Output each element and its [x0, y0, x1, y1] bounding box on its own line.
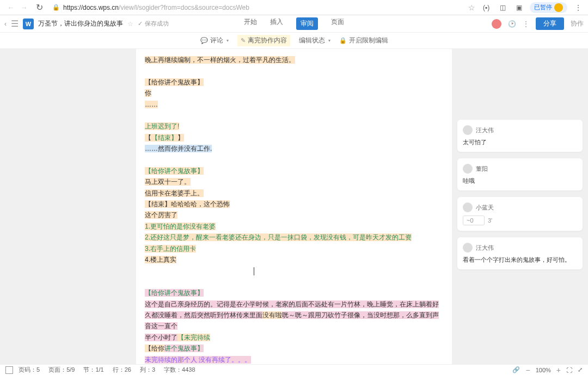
comment-card[interactable]: 汪大伟 太可怕了	[457, 120, 583, 152]
document-title: 万圣节，讲出你身边的鬼故事	[38, 19, 123, 28]
doc-line: 【给你讲个鬼故事】	[145, 343, 443, 354]
doc-line: ……然而你并没有工作.	[145, 145, 212, 152]
browser-forward[interactable]: →	[17, 1, 30, 14]
comment-author: 汪大伟	[476, 126, 494, 134]
menu-insert[interactable]: 插入	[270, 17, 283, 30]
browser-menu-icon[interactable]: ⋮	[573, 2, 584, 13]
doc-heading: 【给你讲个鬼故事】	[145, 289, 204, 297]
ext-icon-1[interactable]: (▪)	[481, 2, 492, 13]
doc-line: 信用卡在老婆手上。	[145, 189, 204, 197]
comments-panel: 汪大伟 太可怕了 董阳 哇哦 小蓝天 ~0 3' 汪大伟	[452, 49, 588, 364]
comment-avatar-icon	[463, 243, 473, 253]
wps-logo-icon: W	[23, 19, 34, 29]
comment-text: 太可怕了	[463, 138, 577, 146]
text-cursor	[254, 267, 254, 275]
doc-line: 你	[145, 89, 151, 97]
paused-badge[interactable]: 已暂停	[530, 2, 567, 13]
comment-card[interactable]: 小蓝天 ~0 3'	[457, 197, 583, 231]
doc-heading: 【给你讲个鬼故事】	[145, 167, 204, 175]
fullscreen-icon[interactable]: ⛶	[566, 367, 572, 373]
sb-page: 页面：5/9	[48, 366, 75, 374]
url-bar[interactable]: 🔒 https://docs.wps.cn/view/l/sogider?fro…	[48, 4, 468, 11]
url-path: /view/l/sogider?from=docs&source=docsWeb	[119, 4, 249, 11]
comment-text: 哇哦	[463, 177, 577, 185]
paused-text: 已暂停	[534, 3, 552, 11]
zoom-out[interactable]: −	[525, 366, 530, 374]
comment-author: 董阳	[476, 165, 488, 173]
zoom-level: 100%	[536, 367, 551, 373]
comment-author: 汪大伟	[476, 244, 494, 252]
reply-send[interactable]: 3'	[488, 217, 492, 224]
comment-avatar-icon	[463, 125, 473, 135]
doc-line: 未完待续的那个人 没有再续了。。。	[145, 356, 251, 364]
comment-card[interactable]: 汪大伟 看着一个个字打出来的鬼故事，好可怕。	[457, 237, 583, 269]
doc-line: ……	[145, 101, 158, 108]
reload-icon[interactable]: ↻	[33, 1, 46, 14]
more-icon[interactable]: ⋮	[523, 20, 529, 28]
sub-restrict[interactable]: 🔒 开启限制编辑	[339, 36, 388, 45]
share-button[interactable]: 分享	[536, 17, 564, 30]
sub-edit-status[interactable]: 编辑状态▾	[299, 36, 330, 45]
hamburger-icon[interactable]: ☰	[11, 19, 19, 29]
lock-icon: 🔒	[52, 4, 60, 11]
comment-avatar-icon	[463, 164, 473, 174]
comment-text: 看着一个个字打出来的鬼故事，好可怕。	[463, 256, 577, 264]
reply-input[interactable]: ~0	[463, 216, 485, 225]
menu-start[interactable]: 开始	[244, 17, 257, 30]
ext-icon-3[interactable]: ▣	[513, 2, 524, 13]
doc-line: 3.右手上的信用卡	[145, 245, 196, 253]
doc-line: 1.更可怕的是你没有老婆	[145, 223, 216, 230]
sb-section: 节：1/1	[83, 366, 103, 374]
save-status: ✓ 保存成功	[138, 20, 169, 28]
sb-col: 列：3	[140, 366, 155, 374]
doc-heading: 【给你讲个鬼故事】	[145, 78, 204, 86]
comment-icon: 💬	[200, 37, 208, 44]
profile-avatar-icon	[554, 3, 563, 12]
url-host: https://docs.wps.cn	[63, 4, 119, 11]
sub-complete[interactable]: ✎ 离完协作内容	[237, 35, 290, 46]
browser-back[interactable]: ←	[4, 1, 17, 14]
pencil-icon: ✎	[241, 37, 246, 44]
comment-author: 小蓝天	[476, 204, 494, 212]
doc-line: 这个厉害了	[145, 211, 177, 219]
doc-line: 这个是自己亲身经历的。记得是在小学时候，老家的后面不远处有一片竹林，晚上睡觉，在…	[145, 299, 443, 332]
layout-icon[interactable]	[5, 366, 13, 374]
link-icon[interactable]: 🔗	[512, 366, 520, 373]
collab-button[interactable]: 协作	[571, 19, 584, 28]
doc-favorite-icon[interactable]: ☆	[127, 20, 133, 28]
ext-icon-2[interactable]: ◫	[497, 2, 508, 13]
doc-line: 半个小时了【未完待续	[145, 332, 443, 343]
lock-edit-icon: 🔒	[339, 37, 347, 44]
doc-line: 晚上再继续编制，不一样的烟火，过着平凡的生活。	[145, 56, 295, 64]
menu-page[interactable]: 页面	[331, 17, 344, 30]
doc-line: 上班迟到了!	[145, 122, 179, 130]
document-page[interactable]: 晚上再继续编制，不一样的烟火，过着平凡的生活。 【给你讲个鬼故事】 你 …… 上…	[136, 49, 452, 364]
doc-line: 2.还好这只是梦，醒来一看老婆还在身边，只是一抹口袋，发现没有钱，可是昨天才发的…	[145, 233, 412, 241]
sb-row: 行：26	[113, 366, 131, 374]
app-back-icon[interactable]: ‹	[4, 20, 7, 28]
expand-icon[interactable]: ⤢	[578, 366, 583, 373]
doc-line: 马上双十一了。	[145, 178, 191, 186]
comment-card[interactable]: 董阳 哇哦	[457, 158, 583, 190]
menu-review[interactable]: 审阅	[296, 17, 318, 30]
doc-line: 4.楼上真实	[145, 256, 176, 263]
sb-pagecode: 页码：5	[19, 366, 40, 374]
checkmark-icon: ✓	[138, 20, 143, 27]
status-bar: 页码：5 页面：5/9 节：1/1 行：26 列：3 字数：4438 🔗 − 1…	[0, 364, 588, 375]
history-icon[interactable]: 🕑	[508, 20, 516, 28]
comment-avatar-icon	[463, 202, 473, 212]
sub-comment[interactable]: 💬 评论▾	[200, 36, 229, 45]
user-avatar-icon[interactable]	[492, 19, 501, 29]
doc-line: 【【结束】】	[145, 134, 184, 142]
favorite-star-icon[interactable]: ☆	[468, 3, 475, 12]
sb-chars: 字数：4438	[164, 366, 195, 374]
zoom-in[interactable]: +	[556, 366, 561, 374]
doc-line: 【结束】哈哈哈哈，这个恐怖	[145, 200, 230, 208]
